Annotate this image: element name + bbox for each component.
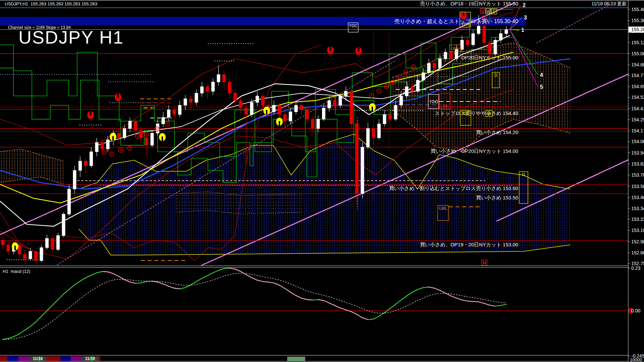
candle-body bbox=[128, 121, 131, 128]
candle-body bbox=[46, 238, 49, 248]
candle-body bbox=[162, 117, 165, 124]
macd-line bbox=[423, 287, 429, 288]
candle-body bbox=[449, 52, 452, 59]
flag-label-LWH: LWH bbox=[451, 46, 460, 51]
macd-line bbox=[80, 278, 86, 281]
candle-body bbox=[356, 124, 359, 194]
macd-line bbox=[69, 285, 75, 290]
macd-line bbox=[97, 272, 103, 273]
candle-body bbox=[483, 26, 486, 43]
price-tick-label: 153.105 bbox=[631, 228, 644, 233]
macd-line bbox=[313, 300, 318, 300]
candle-body bbox=[317, 119, 320, 129]
current-price-value: 155.263 bbox=[631, 27, 644, 32]
macd-line bbox=[124, 280, 130, 282]
candle-body bbox=[322, 108, 325, 119]
channel-dash-2[interactable] bbox=[537, 3, 614, 43]
macd-line bbox=[451, 296, 457, 298]
macd-line bbox=[457, 298, 462, 300]
buy-signal-icon bbox=[372, 107, 373, 111]
banner-annotation: 売り小さめ・超えるとストップロス買い 155.30-40 bbox=[0, 18, 518, 25]
candle-body bbox=[145, 138, 148, 145]
timeline-segment[interactable] bbox=[71, 356, 82, 361]
candle-body bbox=[405, 86, 408, 96]
macd-line bbox=[462, 300, 468, 301]
candle-body bbox=[68, 189, 71, 214]
macd-line bbox=[230, 268, 235, 269]
timeline-date-label: 11/18 bbox=[33, 356, 43, 361]
candle-body bbox=[261, 96, 264, 105]
candle-body bbox=[190, 99, 193, 103]
macd-line bbox=[473, 301, 479, 302]
timeline-segment[interactable] bbox=[60, 356, 71, 361]
order-level-label: 買い小さめ 153.50 bbox=[476, 195, 518, 200]
timeline-segment[interactable] bbox=[98, 356, 100, 361]
macd-line bbox=[31, 322, 36, 326]
macd-line bbox=[479, 302, 484, 303]
candle-body bbox=[411, 86, 414, 91]
macd-tick-label: 0.00 bbox=[631, 308, 640, 313]
timeline-segment[interactable] bbox=[0, 356, 7, 361]
chart-canvas[interactable]: OP20日NYカット 155.00ストップロス売りやや小さめ 154.40買い小… bbox=[0, 0, 644, 362]
macd-line bbox=[191, 282, 197, 285]
candle-body bbox=[394, 105, 397, 119]
sell-signal-icon bbox=[330, 46, 331, 51]
price-tick-label: 152.865 bbox=[631, 250, 644, 255]
flag-label-W: W bbox=[486, 9, 490, 14]
macd-line bbox=[14, 334, 19, 337]
candle-body bbox=[477, 26, 480, 34]
macd-line bbox=[412, 290, 418, 292]
candle-body bbox=[234, 93, 237, 101]
macd-toggle-button[interactable]: macd ON bbox=[287, 357, 305, 361]
price-tick-label: 153.940 bbox=[631, 150, 644, 156]
candle-body bbox=[79, 161, 82, 171]
macd-line bbox=[102, 272, 108, 272]
candle-body bbox=[239, 101, 242, 108]
entry-dot-icon bbox=[392, 82, 393, 83]
candle-body bbox=[167, 110, 170, 117]
entry-dot-icon bbox=[167, 123, 168, 125]
price-tick-label: 153.580 bbox=[631, 184, 644, 189]
timeline-segment[interactable] bbox=[46, 356, 60, 361]
macd-line bbox=[224, 268, 230, 268]
candle-body bbox=[306, 110, 309, 119]
price-tick-label: 152.985 bbox=[631, 239, 644, 244]
candle-body bbox=[51, 238, 54, 249]
macd-line bbox=[352, 312, 357, 314]
flag-label-D: D bbox=[522, 172, 525, 177]
order-level-label: 買い小さめ、OP20日NYカット 154.00 bbox=[431, 148, 518, 154]
candle-body bbox=[372, 128, 375, 138]
fan-line-number: 1 bbox=[521, 27, 524, 33]
timeline-segment[interactable] bbox=[7, 356, 18, 361]
candle-body bbox=[206, 86, 209, 91]
macd-line bbox=[252, 278, 258, 280]
candle-body bbox=[123, 128, 126, 138]
point-scale-value: 10000 bbox=[630, 357, 642, 362]
price-tick-label: 154.415 bbox=[631, 106, 644, 111]
candle-body bbox=[217, 74, 220, 82]
price-tick-label: 154.885 bbox=[631, 62, 644, 67]
candle-body bbox=[389, 115, 392, 119]
macd-line bbox=[197, 278, 202, 281]
buy-signal-icon bbox=[162, 136, 163, 141]
candle-body bbox=[245, 108, 248, 114]
timeline-segment[interactable] bbox=[18, 356, 29, 361]
ichimoku-cloud bbox=[0, 149, 64, 185]
macd-line bbox=[363, 318, 368, 320]
entry-dot-icon bbox=[386, 86, 387, 87]
fan-line-number: 4 bbox=[540, 72, 543, 78]
macd-line bbox=[257, 280, 263, 282]
macd-line bbox=[396, 300, 401, 304]
price-tick-label: 153.820 bbox=[631, 161, 644, 167]
price-tick-label: 155.125 bbox=[631, 40, 644, 45]
macd-line bbox=[468, 301, 473, 301]
macd-line bbox=[163, 284, 169, 286]
macd-line bbox=[108, 272, 114, 274]
top-level-annotation: 売り小さめ、OP18・19日NYカット 155.50 bbox=[0, 1, 518, 7]
fan-line-number: 5 bbox=[540, 84, 543, 90]
macd-line bbox=[285, 289, 291, 292]
candle-body bbox=[328, 101, 331, 108]
sell-signal-icon bbox=[90, 111, 91, 116]
macd-line bbox=[318, 300, 324, 301]
candle-body bbox=[35, 251, 38, 261]
